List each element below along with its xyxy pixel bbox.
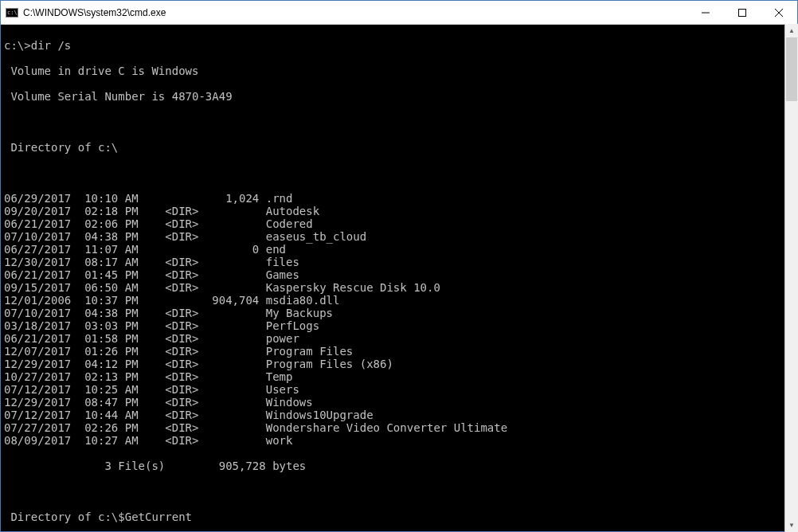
dir-entry: 07/27/2017 02:26 PM <DIR> Wondershare Vi…: [4, 421, 794, 434]
dir-entry: 07/12/2017 10:25 AM <DIR> Users: [4, 383, 794, 396]
minimize-button[interactable]: [687, 1, 724, 24]
dir-entry: 10/27/2017 02:13 PM <DIR> Temp: [4, 370, 794, 383]
dir-entry: 06/21/2017 01:45 PM <DIR> Games: [4, 268, 794, 281]
titlebar[interactable]: c:\ C:\WINDOWS\system32\cmd.exe: [1, 1, 797, 25]
dir-header: Directory of c:\: [4, 141, 794, 154]
window-controls: [687, 1, 797, 24]
dir-entry: 12/29/2017 04:12 PM <DIR> Program Files …: [4, 358, 794, 370]
maximize-button[interactable]: [724, 1, 761, 24]
serial-line: Volume Serial Number is 4870-3A49: [4, 90, 794, 103]
dir-entry: 09/15/2017 06:50 AM <DIR> Kaspersky Resc…: [4, 281, 794, 294]
dir-entry: 12/29/2017 08:47 PM <DIR> Windows: [4, 396, 794, 409]
dir-entry: 09/20/2017 02:18 PM <DIR> Autodesk: [4, 205, 794, 217]
dir-entry: 06/27/2017 11:07 AM 0 end: [4, 243, 794, 256]
blank-line: [4, 485, 794, 498]
prompt-line: c:\>dir /s: [4, 39, 794, 52]
scrollbar-thumb[interactable]: [786, 37, 797, 101]
dir-entry: 03/18/2017 03:03 PM <DIR> PerfLogs: [4, 319, 794, 332]
dir-entry: 12/01/2006 10:37 PM 904,704 msdia80.dll: [4, 294, 794, 307]
svg-rect-1: [739, 9, 746, 16]
vertical-scrollbar[interactable]: ▲ ▼: [784, 24, 798, 532]
dir-entry: 12/30/2017 08:17 AM <DIR> files: [4, 256, 794, 268]
close-icon: [775, 9, 783, 17]
blank-line: [4, 115, 794, 128]
dir-entry: 12/07/2017 01:26 PM <DIR> Program Files: [4, 345, 794, 358]
cmd-window: c:\ C:\WINDOWS\system32\cmd.exe c:\>dir …: [0, 0, 798, 532]
dir-header: Directory of c:\$GetCurrent: [4, 510, 794, 523]
volume-line: Volume in drive C is Windows: [4, 65, 794, 77]
cmd-icon: c:\: [6, 6, 18, 19]
blank-line: [4, 166, 794, 179]
dir-entry: 07/10/2017 04:38 PM <DIR> My Backups: [4, 307, 794, 319]
minimize-icon: [702, 9, 710, 17]
maximize-icon: [738, 9, 746, 17]
window-title: C:\WINDOWS\system32\cmd.exe: [23, 7, 687, 18]
dir-entry: 07/10/2017 04:38 PM <DIR> easeus_tb_clou…: [4, 230, 794, 243]
scroll-down-arrow-icon[interactable]: ▼: [785, 518, 798, 532]
scroll-up-arrow-icon[interactable]: ▲: [785, 24, 798, 37]
close-button[interactable]: [761, 1, 797, 24]
dir-entry: 06/21/2017 01:58 PM <DIR> power: [4, 332, 794, 345]
dir-summary: 3 File(s) 905,728 bytes: [4, 460, 794, 472]
dir-entry: 06/29/2017 10:10 AM 1,024 .rnd: [4, 192, 794, 205]
dir-listing-1: 06/29/2017 10:10 AM 1,024 .rnd09/20/2017…: [4, 192, 794, 447]
terminal-output[interactable]: c:\>dir /s Volume in drive C is Windows …: [1, 25, 797, 531]
dir-entry: 08/09/2017 10:27 AM <DIR> work: [4, 434, 794, 447]
dir-entry: 07/12/2017 10:44 AM <DIR> Windows10Upgra…: [4, 409, 794, 421]
dir-entry: 06/21/2017 02:06 PM <DIR> Codered: [4, 217, 794, 230]
